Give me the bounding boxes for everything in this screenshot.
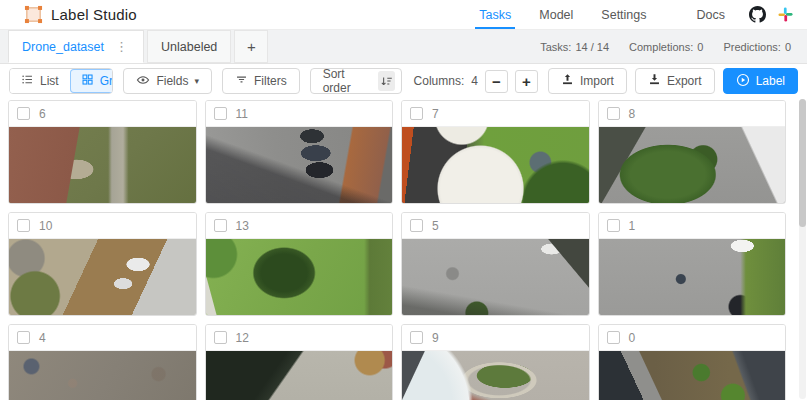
- list-icon: [21, 73, 34, 89]
- task-card[interactable]: 10: [8, 212, 197, 316]
- export-button[interactable]: Export: [635, 68, 715, 94]
- toolbar-right: Import Export Label: [548, 68, 798, 94]
- task-card-header: 5: [402, 213, 589, 238]
- task-card[interactable]: 8: [598, 100, 787, 204]
- import-button[interactable]: Import: [548, 68, 627, 94]
- view-switcher: List Grid: [9, 68, 113, 94]
- task-checkbox[interactable]: [410, 107, 423, 120]
- tab-bar: Drone_dataset ⋮ Unlabeled + Tasks:14 / 1…: [0, 30, 807, 64]
- nav-docs[interactable]: Docs: [683, 0, 739, 29]
- sort-order-button[interactable]: Sort order: [310, 68, 402, 94]
- task-checkbox[interactable]: [17, 331, 30, 344]
- task-card[interactable]: 13: [205, 212, 394, 316]
- columns-increase-button[interactable]: +: [515, 70, 538, 93]
- nav-links: Tasks Model Settings Docs: [465, 0, 793, 29]
- task-id: 11: [236, 107, 248, 121]
- grid-view-button[interactable]: Grid: [70, 69, 114, 93]
- nav-tasks[interactable]: Tasks: [465, 0, 525, 29]
- task-card[interactable]: 7: [401, 100, 590, 204]
- filter-icon: [235, 73, 248, 89]
- task-checkbox[interactable]: [607, 219, 620, 232]
- task-card-header: 11: [206, 101, 393, 126]
- task-image[interactable]: [402, 126, 589, 204]
- add-tab-button[interactable]: +: [234, 30, 268, 63]
- task-card-header: 4: [9, 325, 196, 350]
- task-id: 1: [629, 219, 636, 233]
- task-image[interactable]: [9, 350, 196, 400]
- task-checkbox[interactable]: [410, 219, 423, 232]
- task-checkbox[interactable]: [607, 107, 620, 120]
- stat-tasks: Tasks:14 / 14: [540, 41, 609, 53]
- brand[interactable]: Label Studio: [24, 0, 137, 29]
- task-image[interactable]: [402, 350, 589, 400]
- task-image[interactable]: [599, 126, 786, 204]
- task-id: 5: [432, 219, 439, 233]
- tab-label: Drone_dataset: [22, 40, 104, 54]
- list-view-button[interactable]: List: [10, 69, 70, 93]
- nav-settings[interactable]: Settings: [587, 0, 660, 29]
- tab-menu-icon[interactable]: ⋮: [113, 39, 130, 54]
- task-checkbox[interactable]: [214, 331, 227, 344]
- task-checkbox[interactable]: [214, 107, 227, 120]
- task-id: 10: [39, 219, 52, 233]
- fields-button[interactable]: Fields ▾: [123, 68, 212, 94]
- task-card-header: 6: [9, 101, 196, 126]
- task-card-header: 13: [206, 213, 393, 238]
- scrollbar-thumb[interactable]: [799, 99, 806, 227]
- task-checkbox[interactable]: [17, 219, 30, 232]
- github-icon[interactable]: [749, 6, 766, 23]
- task-image[interactable]: [599, 238, 786, 316]
- task-checkbox[interactable]: [607, 331, 620, 344]
- filters-button[interactable]: Filters: [222, 68, 300, 94]
- nav-model[interactable]: Model: [525, 0, 587, 29]
- navbar: Label Studio Tasks Model Settings Docs: [0, 0, 807, 30]
- columns-control: Columns: 4 − +: [414, 70, 538, 93]
- columns-value: 4: [471, 74, 478, 88]
- toolbar: List Grid Fields ▾ Filters Sort order: [0, 64, 807, 98]
- task-card[interactable]: 5: [401, 212, 590, 316]
- sort-order-label: Sort order: [323, 67, 367, 95]
- stat-completions: Completions:0: [629, 41, 703, 53]
- upload-icon: [561, 73, 574, 89]
- grid-icon: [81, 73, 94, 89]
- task-checkbox[interactable]: [17, 107, 30, 120]
- task-image[interactable]: [9, 126, 196, 204]
- task-id: 0: [629, 331, 636, 345]
- task-image[interactable]: [9, 238, 196, 316]
- task-image[interactable]: [402, 238, 589, 316]
- brand-name: Label Studio: [51, 6, 137, 23]
- task-image[interactable]: [206, 238, 393, 316]
- task-card[interactable]: 0: [598, 324, 787, 400]
- task-card[interactable]: 9: [401, 324, 590, 400]
- task-image[interactable]: [206, 126, 393, 204]
- tab-drone-dataset[interactable]: Drone_dataset ⋮: [8, 30, 144, 63]
- sort-descending-icon: [378, 71, 394, 91]
- task-card[interactable]: 4: [8, 324, 197, 400]
- vertical-scrollbar[interactable]: [799, 99, 806, 399]
- task-card-header: 1: [599, 213, 786, 238]
- task-card[interactable]: 12: [205, 324, 394, 400]
- tab-label: Unlabeled: [161, 40, 217, 54]
- task-checkbox[interactable]: [214, 219, 227, 232]
- task-card-header: 9: [402, 325, 589, 350]
- task-card[interactable]: 1: [598, 212, 787, 316]
- task-image[interactable]: [206, 350, 393, 400]
- slack-icon[interactable]: [778, 7, 793, 22]
- task-id: 4: [39, 331, 46, 345]
- task-stats: Tasks:14 / 14 Completions:0 Predictions:…: [540, 30, 807, 63]
- task-card[interactable]: 11: [205, 100, 394, 204]
- fields-label: Fields: [156, 74, 188, 88]
- task-id: 13: [236, 219, 249, 233]
- task-card-header: 8: [599, 101, 786, 126]
- nav-icons: [749, 0, 793, 29]
- task-image[interactable]: [599, 350, 786, 400]
- task-card-header: 0: [599, 325, 786, 350]
- columns-decrease-button[interactable]: −: [485, 70, 508, 93]
- label-button-label: Label: [756, 74, 785, 88]
- task-id: 9: [432, 331, 439, 345]
- label-button[interactable]: Label: [723, 68, 798, 94]
- chevron-down-icon: ▾: [194, 76, 199, 86]
- task-card[interactable]: 6: [8, 100, 197, 204]
- task-checkbox[interactable]: [410, 331, 423, 344]
- tab-unlabeled[interactable]: Unlabeled: [147, 30, 231, 63]
